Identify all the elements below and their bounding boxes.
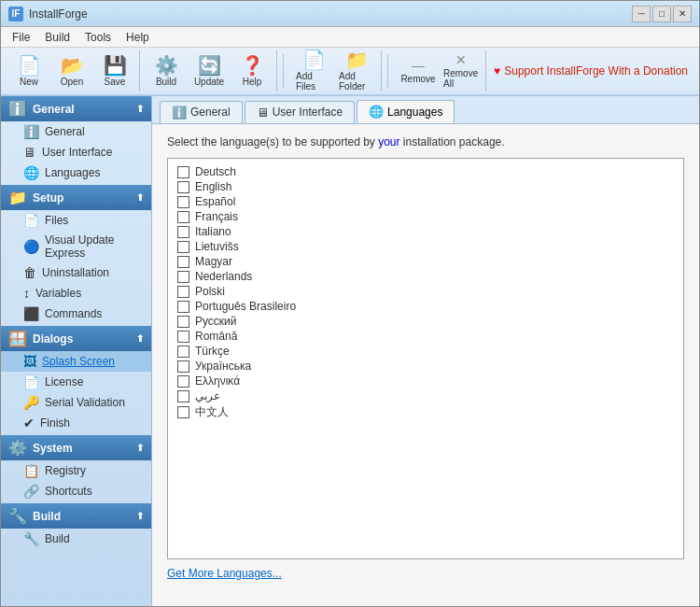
list-item[interactable]: Română (175, 329, 676, 344)
toolbar-new-button[interactable]: 📄 New (8, 50, 49, 92)
toolbar-remove-all-button[interactable]: ✕ Remove All (441, 50, 482, 92)
dialogs-section-icon: 🪟 (8, 330, 27, 347)
lang-checkbox-chinese[interactable] (177, 406, 189, 418)
lang-checkbox-italiano[interactable] (177, 226, 189, 238)
minimize-button[interactable]: ─ (632, 6, 651, 22)
lang-checkbox-english[interactable] (177, 181, 189, 193)
sidebar-item-general[interactable]: ℹ️ General (1, 121, 151, 142)
toolbar-group-files: 📄 Add Files 📁 Add Folder (289, 50, 382, 92)
remove-icon: — (412, 59, 425, 72)
lang-checkbox-deutsch[interactable] (177, 166, 189, 178)
lang-checkbox-nederlands[interactable] (177, 271, 189, 283)
sidebar-item-uninstallation[interactable]: 🗑 Uninstallation (1, 262, 151, 283)
list-item[interactable]: English (175, 179, 676, 194)
sidebar-finish-label: Finish (40, 416, 70, 430)
toolbar-group-remove: — Remove ✕ Remove All (394, 50, 486, 92)
lang-checkbox-turkce[interactable] (177, 346, 189, 358)
languages-box[interactable]: Deutsch English Español Français Italian… (167, 158, 684, 559)
list-item[interactable]: عربي (175, 388, 676, 403)
general-section-label: General (33, 103, 75, 116)
sidebar-item-license[interactable]: 📄 License (1, 372, 151, 392)
menu-build[interactable]: Build (37, 29, 77, 46)
list-item[interactable]: Polski (175, 284, 676, 299)
tab-bar: ℹ️ General 🖥 User Interface 🌐 Languages (152, 96, 699, 124)
lang-checkbox-lietuviss[interactable] (177, 241, 189, 253)
support-text[interactable]: ♥ Support InstallForge With a Donation (494, 64, 695, 78)
toolbar-separator-1 (283, 54, 284, 88)
lang-checkbox-portugues[interactable] (177, 301, 189, 313)
sidebar-serial-label: Serial Validation (45, 396, 125, 409)
help-label: Help (243, 77, 262, 87)
list-item[interactable]: Lietuvišs (175, 239, 676, 254)
list-item[interactable]: Nederlands (175, 269, 676, 284)
sidebar-item-visual-update[interactable]: 🔵 Visual Update Express (1, 231, 151, 262)
menu-tools[interactable]: Tools (77, 29, 119, 46)
tab-user-interface[interactable]: 🖥 User Interface (245, 101, 355, 123)
lang-checkbox-russian[interactable] (177, 316, 189, 328)
toolbar-add-files-button[interactable]: 📄 Add Files (293, 50, 334, 92)
general-header-left: ℹ️ General (8, 100, 75, 118)
toolbar-remove-button[interactable]: — Remove (398, 50, 439, 92)
sidebar-section-dialogs-header[interactable]: 🪟 Dialogs ⬆ (1, 326, 151, 351)
list-item[interactable]: Türkçe (175, 344, 676, 359)
sidebar-item-languages[interactable]: 🌐 Languages (1, 162, 151, 183)
close-button[interactable]: ✕ (673, 6, 692, 22)
save-label: Save (105, 77, 126, 87)
lang-label-espanol: Español (195, 195, 235, 208)
list-item[interactable]: Magyar (175, 254, 676, 269)
sidebar-section-general-header[interactable]: ℹ️ General ⬆ (1, 96, 151, 121)
menu-file[interactable]: File (5, 29, 37, 46)
list-item[interactable]: Ελληνικά (175, 374, 676, 388)
menu-bar: File Build Tools Help (1, 27, 699, 48)
list-item[interactable]: Español (175, 194, 676, 209)
sidebar-section-build-header[interactable]: 🔧 Build ⬆ (1, 503, 151, 529)
lang-checkbox-romana[interactable] (177, 331, 189, 343)
sidebar-item-splash-screen[interactable]: 🖼 Splash Screen (1, 351, 151, 372)
lang-label-nederlands: Nederlands (195, 270, 252, 283)
sidebar-general-label: General (45, 125, 85, 138)
sidebar-variables-label: Variables (35, 287, 81, 300)
title-bar: IF InstallForge ─ □ ✕ (1, 1, 699, 27)
lang-checkbox-greek[interactable] (177, 375, 189, 388)
list-item[interactable]: 中文人 (175, 403, 676, 421)
sidebar-item-serial-validation[interactable]: 🔑 Serial Validation (1, 392, 151, 413)
content-description: Select the language(s) to be supported b… (167, 135, 684, 148)
sidebar-item-registry[interactable]: 📋 Registry (1, 460, 151, 481)
license-icon: 📄 (23, 374, 39, 389)
lang-checkbox-francais[interactable] (177, 211, 189, 223)
maximize-button[interactable]: □ (652, 6, 671, 22)
build-collapse-icon: ⬆ (136, 511, 144, 521)
sidebar-item-variables[interactable]: ↕ Variables (1, 283, 151, 304)
sidebar-item-shortcuts[interactable]: 🔗 Shortcuts (1, 481, 151, 501)
menu-help[interactable]: Help (119, 29, 157, 46)
toolbar-add-folder-button[interactable]: 📁 Add Folder (336, 50, 377, 92)
list-item[interactable]: Français (175, 209, 676, 224)
sidebar-item-finish[interactable]: ✔ Finish (1, 413, 151, 433)
toolbar-update-button[interactable]: 🔄 Update (189, 50, 230, 92)
toolbar-help-button[interactable]: ❓ Help (231, 50, 273, 92)
sidebar-item-files[interactable]: 📄 Files (1, 210, 151, 231)
sidebar-section-system-header[interactable]: ⚙️ System ⬆ (1, 435, 151, 460)
sidebar-item-build[interactable]: 🔧 Build (1, 529, 151, 549)
lang-checkbox-polski[interactable] (177, 286, 189, 298)
lang-checkbox-arabic[interactable] (177, 390, 189, 402)
toolbar-build-button[interactable]: ⚙️ Build (146, 50, 187, 92)
lang-checkbox-ukrainian[interactable] (177, 360, 189, 373)
tab-languages[interactable]: 🌐 Languages (357, 100, 455, 123)
sidebar-section-setup-header[interactable]: 📁 Setup ⬆ (1, 185, 151, 210)
toolbar-open-button[interactable]: 📂 Open (51, 50, 92, 92)
sidebar-item-user-interface[interactable]: 🖥 User Interface (1, 142, 151, 162)
lang-checkbox-magyar[interactable] (177, 256, 189, 268)
open-icon: 📂 (61, 56, 84, 75)
list-item[interactable]: Português Brasileiro (175, 299, 676, 314)
list-item[interactable]: Русский (175, 314, 676, 329)
tab-general[interactable]: ℹ️ General (160, 101, 243, 123)
lang-checkbox-espanol[interactable] (177, 196, 189, 208)
toolbar-save-button[interactable]: 💾 Save (94, 50, 135, 92)
list-item[interactable]: Deutsch (175, 164, 676, 179)
list-item[interactable]: Українська (175, 359, 676, 374)
get-more-languages-link[interactable]: Get More Languages... (167, 567, 282, 580)
list-item[interactable]: Italiano (175, 224, 676, 239)
setup-section-icon: 📁 (8, 189, 27, 206)
sidebar-item-commands[interactable]: ⬛ Commands (1, 304, 151, 324)
